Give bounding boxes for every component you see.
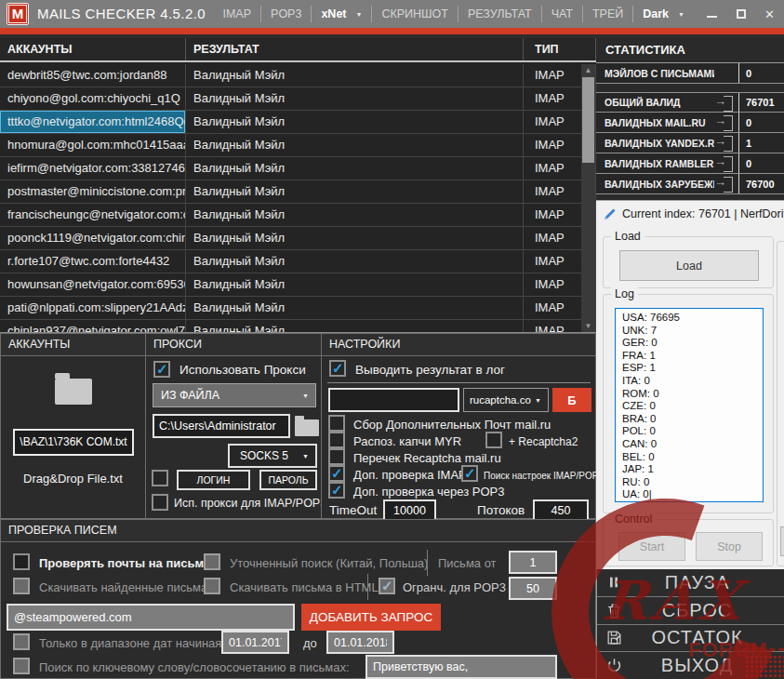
table-row[interactable]: postmaster@miniccistone.com:pregr Валидн… <box>0 180 596 204</box>
stat-label: ВАЛИДНЫХ ЗАРУБЕЖНЫХ <box>596 179 714 190</box>
table-row[interactable]: pati@nlppati.com:slippery21AAdzx Валидны… <box>0 297 596 320</box>
rest-button[interactable]: ОСТАТОК <box>597 624 784 652</box>
table-row[interactable]: francischeungc@netvigator.com:cck Валидн… <box>0 204 596 227</box>
download-found-checkbox[interactable]: ✓ <box>13 578 30 594</box>
log-line: ROM: 0 <box>622 388 763 401</box>
pop3-check-checkbox[interactable]: ✓ <box>328 482 345 499</box>
table-scrollbar[interactable]: ▲ ▼ <box>581 64 595 332</box>
date-from-input[interactable] <box>221 631 289 654</box>
proxy-source-dropdown[interactable]: ИЗ ФАЙЛА ▼ <box>153 383 316 407</box>
pause-button[interactable]: ПАУЗА <box>597 569 784 596</box>
captcha-key-input[interactable] <box>328 388 459 412</box>
column-header-accounts[interactable]: АККАУНТЫ <box>0 38 186 60</box>
keyword-search-checkbox[interactable]: ✓ <box>13 658 30 674</box>
minimize-button[interactable] <box>698 0 726 28</box>
imap-settings-search-checkbox[interactable]: ✓ <box>461 465 478 482</box>
recognize-captcha-checkbox[interactable]: ✓ <box>328 432 345 448</box>
export-arrow-icon[interactable]: → <box>714 177 734 191</box>
keyword-input[interactable] <box>365 655 557 679</box>
collect-extra-checkbox[interactable]: ✓ <box>328 415 345 432</box>
log-listbox[interactable]: USA: 76695UNK: 7GER: 0FRA: 1ESP: 1ITA: 0… <box>615 308 764 502</box>
menu-item[interactable]: xNet ▼ <box>311 6 371 22</box>
refined-search-checkbox[interactable]: ✓ <box>204 553 220 570</box>
menu-item[interactable]: POP3 ▼ <box>260 6 311 22</box>
column-header-type[interactable]: ТИП <box>524 38 596 60</box>
export-arrow-icon[interactable]: → <box>714 156 734 170</box>
accent-strip <box>0 28 784 34</box>
table-row[interactable]: poonck1119@netvigator.com:ching5 Валидны… <box>0 227 596 250</box>
account-cell[interactable]: howunsan@netvigator.com:695363h <box>0 273 186 296</box>
table-row[interactable]: dewbrit85@twc.com:jordan88 Валидный Мэйл… <box>0 64 596 87</box>
menu-item[interactable]: ЧАТ ▼ <box>541 6 582 22</box>
folder-icon[interactable] <box>55 379 92 405</box>
export-arrow-icon[interactable]: → <box>714 136 734 150</box>
threads-label: Потоков <box>477 503 525 517</box>
close-icon: ✕ <box>764 7 775 21</box>
scrollbar-thumb[interactable] <box>582 77 594 163</box>
account-cell[interactable]: iefirm@netvigator.com:33812746r19 <box>0 157 186 180</box>
pop3-limit-input[interactable] <box>509 577 557 600</box>
export-arrow-icon[interactable]: → <box>714 115 734 129</box>
menu-item[interactable]: IMAP ▼ <box>213 6 260 22</box>
use-proxy-checkbox[interactable]: ✓ <box>153 361 170 378</box>
exit-button[interactable]: ВЫХОД <box>597 651 784 679</box>
stop-button[interactable]: Stop <box>696 532 763 561</box>
proxy-for-imap-checkbox[interactable]: ✓ <box>152 494 168 511</box>
date-to-input[interactable] <box>326 631 394 654</box>
column-header-result[interactable]: РЕЗУЛЬТАТ <box>186 38 524 60</box>
proxy-type-dropdown[interactable]: SOCKS 5 ▼ <box>228 444 317 468</box>
account-cell[interactable]: francischeungc@netvigator.com:cck <box>0 204 186 226</box>
accounts-file-box[interactable]: \BAZ\1\736K COM.txt <box>13 429 134 456</box>
table-row[interactable]: chiyono@gol.com:chiyochi_q1Q Валидный Мэ… <box>0 87 596 111</box>
proxy-auth-checkbox[interactable]: ✓ <box>152 470 168 486</box>
export-arrow-icon[interactable]: → <box>714 96 734 110</box>
proxy-login-button[interactable]: ЛОГИН <box>177 470 250 490</box>
menu-item[interactable]: ТРЕЙ ▼ <box>582 6 632 22</box>
account-cell[interactable]: r.forte107@twc.com:forte4432 <box>0 250 186 273</box>
download-html-checkbox[interactable]: ✓ <box>204 578 220 594</box>
account-cell[interactable]: pati@nlppati.com:slippery21AAdzx <box>0 297 186 319</box>
account-cell[interactable]: postmaster@miniccistone.com:pregr <box>0 180 186 203</box>
captcha-service-dropdown[interactable]: rucaptcha.co ▼ <box>463 388 549 412</box>
add-query-button[interactable]: ДОБАВИТЬ ЗАПРОС <box>301 604 441 631</box>
pop3-limit-checkbox[interactable]: ✓ <box>379 578 395 594</box>
recaptcha2-checkbox[interactable]: ✓ <box>485 432 502 448</box>
menu-item[interactable]: СКРИНШОТ ▼ <box>371 6 457 22</box>
table-row[interactable]: iefirm@netvigator.com:33812746r19 Валидн… <box>0 157 596 180</box>
date-range-checkbox[interactable]: ✓ <box>13 633 30 650</box>
letters-from-input[interactable] <box>509 551 557 574</box>
browse-folder-icon[interactable] <box>295 419 319 436</box>
check-mails-checkbox[interactable]: ✓ <box>13 553 30 570</box>
account-cell[interactable]: poonck1119@netvigator.com:ching5 <box>0 227 186 249</box>
app-logo-icon: M <box>7 3 29 25</box>
table-row[interactable]: tttko@netvigator.com:html2468Qqw Валидны… <box>0 111 596 134</box>
scroll-down-icon[interactable]: ▼ <box>581 322 595 330</box>
imap-check-checkbox[interactable]: ✓ <box>328 465 345 482</box>
query-input[interactable] <box>7 604 295 631</box>
start-button[interactable]: Start <box>618 532 685 561</box>
statistics-header: СТАТИСТИКА <box>596 38 784 63</box>
log-output-checkbox[interactable]: ✓ <box>329 360 346 377</box>
scroll-up-icon[interactable]: ▲ <box>581 66 595 74</box>
table-row[interactable]: hnomura@gol.com:mhc01415aaaado Валидный … <box>0 134 596 157</box>
account-cell[interactable]: chiyono@gol.com:chiyochi_q1Q <box>0 87 186 110</box>
proxy-path-input[interactable] <box>153 414 290 438</box>
table-row[interactable]: howunsan@netvigator.com:695363h Валидный… <box>0 273 596 297</box>
reset-button[interactable]: СБРОС <box>597 596 784 624</box>
close-button[interactable]: ✕ <box>755 0 784 28</box>
proxy-for-imap-label: Исп. прокси для IMAP/POP3 <box>174 497 326 510</box>
table-row[interactable]: chinlan937@netvigator.com:owl7920 Валидн… <box>0 320 596 333</box>
account-cell[interactable]: dewbrit85@twc.com:jordan88 <box>0 64 186 87</box>
account-cell[interactable]: chinlan937@netvigator.com:owl7920 <box>0 320 186 333</box>
menu-item[interactable]: Dark ▼ <box>632 6 694 22</box>
balance-button[interactable]: Б <box>552 388 591 412</box>
maximize-button[interactable] <box>726 0 755 28</box>
proxy-password-button[interactable]: ПАРОЛЬ <box>259 470 317 490</box>
table-row[interactable]: r.forte107@twc.com:forte4432 Валидный Мэ… <box>0 250 596 273</box>
recheck-recaptcha-checkbox[interactable]: ✓ <box>328 448 345 465</box>
result-cell: Валидный Мэйл <box>186 134 524 156</box>
account-cell[interactable]: tttko@netvigator.com:html2468Qqw <box>0 111 186 133</box>
menu-item[interactable]: РЕЗУЛЬТАТ ▼ <box>458 6 541 22</box>
load-button[interactable]: Load <box>619 250 759 281</box>
account-cell[interactable]: hnomura@gol.com:mhc01415aaaado <box>0 134 186 156</box>
